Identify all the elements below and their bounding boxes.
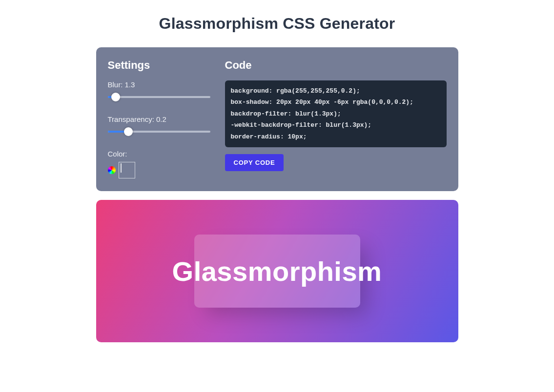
preview-area: Glassmorphism — [96, 200, 458, 342]
color-wheel-icon[interactable] — [108, 166, 116, 174]
blur-slider[interactable] — [108, 93, 210, 101]
blur-label: Blur: 1.3 — [108, 80, 210, 89]
transparency-control: Transparency: 0.2 — [108, 115, 210, 136]
settings-code-panel: Settings Blur: 1.3 Transparency: 0.2 Col… — [96, 47, 458, 191]
transparency-slider-thumb[interactable] — [124, 127, 133, 136]
settings-column: Settings Blur: 1.3 Transparency: 0.2 Col… — [108, 59, 210, 178]
glass-card — [194, 235, 360, 308]
code-column: Code background: rgba(255,255,255,0.2); … — [225, 59, 447, 178]
page-title: Glassmorphism CSS Generator — [96, 15, 458, 33]
transparency-slider[interactable] — [108, 127, 210, 136]
blur-control: Blur: 1.3 — [108, 80, 210, 101]
code-heading: Code — [225, 59, 447, 72]
transparency-label: Transparency: 0.2 — [108, 115, 210, 123]
blur-slider-thumb[interactable] — [111, 93, 120, 101]
settings-heading: Settings — [108, 59, 210, 72]
copy-code-button[interactable]: COPY CODE — [225, 154, 284, 171]
color-swatch[interactable] — [119, 162, 135, 178]
color-swatch-inner — [121, 163, 122, 173]
color-label: Color: — [108, 150, 210, 158]
code-block[interactable]: background: rgba(255,255,255,0.2); box-s… — [225, 80, 447, 147]
color-control: Color: — [108, 150, 210, 178]
